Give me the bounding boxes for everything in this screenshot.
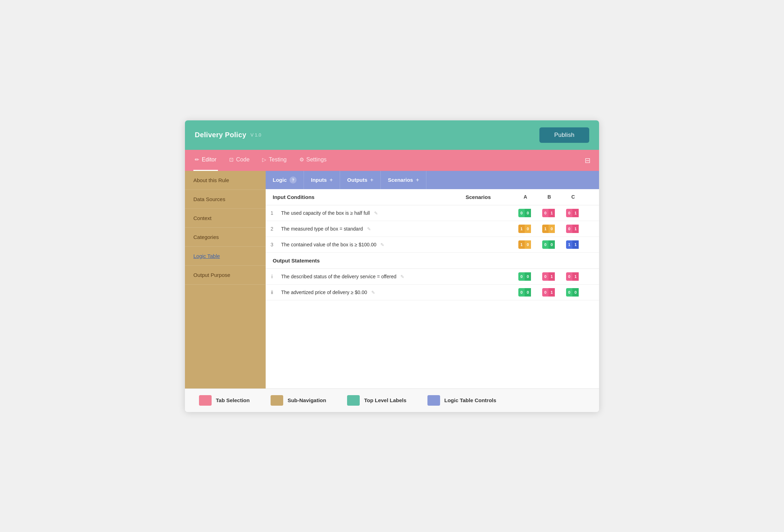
- chip-iia: 0 0: [518, 288, 532, 297]
- col-header-outputs[interactable]: Outputs +: [340, 171, 381, 189]
- legend-sub-navigation: Sub-Navigation: [271, 395, 326, 406]
- sidebar-item-context[interactable]: Context: [185, 209, 266, 228]
- code-icon: ⊡: [229, 157, 234, 163]
- app-title: Delivery Policy: [195, 131, 246, 139]
- chip-iib: 0 1: [542, 288, 556, 297]
- col-header-scenarios[interactable]: Scenarios +: [381, 171, 426, 189]
- chip-ic: 0 1: [566, 272, 580, 281]
- logic-table: Input Conditions Scenarios A B C 1: [266, 189, 599, 343]
- edit-icon-ii[interactable]: ✎: [371, 290, 375, 295]
- row-text-ii: The advertized price of delivery ≥ $0.00…: [278, 284, 459, 300]
- chip-iic: 0 0: [566, 288, 580, 297]
- scenario-3-a[interactable]: 1 0: [513, 237, 537, 252]
- testing-icon: ▷: [262, 157, 266, 163]
- input-row-3: 3 The contained value of the box is ≥ $1…: [266, 237, 599, 252]
- row-num-3: 3: [266, 237, 278, 252]
- scenario-2-b[interactable]: 1 0: [537, 221, 561, 237]
- sidebar-item-about[interactable]: About this Rule: [185, 171, 266, 190]
- scenario-ii-a[interactable]: 0 0: [513, 284, 537, 300]
- chip-1c: 0 1: [566, 209, 580, 217]
- scenario-ii-b[interactable]: 0 1: [537, 284, 561, 300]
- scenario-2-a[interactable]: 1 0: [513, 221, 537, 237]
- chip-1a: 0 0: [518, 209, 532, 217]
- legend-swatch-blue: [427, 395, 440, 406]
- tab-settings-label: Settings: [306, 157, 327, 163]
- scenario-3-c[interactable]: 1 1: [561, 237, 585, 252]
- legend-label-tab-selection: Tab Selection: [216, 397, 250, 403]
- chip-2a: 1 0: [518, 225, 532, 233]
- sidebar: About this Rule Data Sources Context Cat…: [185, 171, 266, 388]
- chip-1b: 0 1: [542, 209, 556, 217]
- sidebar-item-categories[interactable]: Categories: [185, 228, 266, 247]
- output-conditions-label: Output Statements: [266, 252, 599, 268]
- col-header-inputs[interactable]: Inputs +: [304, 171, 340, 189]
- row-num-2: 2: [266, 221, 278, 237]
- tab-code[interactable]: ⊡ Code: [228, 150, 251, 171]
- tab-testing[interactable]: ▷ Testing: [261, 150, 288, 171]
- editor-icon: ✏: [195, 157, 199, 163]
- sidebar-item-outputpurpose[interactable]: Output Purpose: [185, 266, 266, 285]
- col-scenarios-label: Scenarios: [388, 177, 413, 183]
- scenario-col-b: B: [537, 189, 561, 205]
- scenario-i-b[interactable]: 0 1: [537, 268, 561, 284]
- row-text-1: The used capacity of the box is ≥ half f…: [278, 205, 459, 221]
- chip-3a: 1 0: [518, 240, 532, 249]
- tab-editor[interactable]: ✏ Editor: [193, 150, 218, 171]
- edit-icon-3[interactable]: ✎: [380, 242, 384, 247]
- legend-swatch-green: [347, 395, 360, 406]
- scenario-1-b[interactable]: 0 1: [537, 205, 561, 221]
- scenario-i-c[interactable]: 0 1: [561, 268, 585, 284]
- scenario-1-a[interactable]: 0 0: [513, 205, 537, 221]
- legend-swatch-tan: [271, 395, 283, 406]
- tab-bar: ✏ Editor ⊡ Code ▷ Testing ⚙ Settings ⊟: [185, 150, 599, 171]
- edit-icon-i[interactable]: ✎: [400, 274, 404, 279]
- tab-items: ✏ Editor ⊡ Code ▷ Testing ⚙ Settings: [193, 150, 328, 171]
- output-row-i: i The described status of the delivery s…: [266, 268, 599, 284]
- split-view-icon[interactable]: ⊟: [585, 156, 591, 165]
- sidebar-item-logictable[interactable]: Logic Table: [185, 247, 266, 266]
- scenarios-header-row: Input Conditions Scenarios A B C: [266, 189, 599, 205]
- inputs-add-icon[interactable]: +: [330, 177, 333, 183]
- sidebar-item-datasources[interactable]: Data Sources: [185, 190, 266, 209]
- publish-button[interactable]: Publish: [539, 127, 589, 143]
- outputs-add-icon[interactable]: +: [370, 177, 373, 183]
- scenario-col-a: A: [513, 189, 537, 205]
- settings-icon: ⚙: [299, 157, 304, 163]
- logic-help-badge[interactable]: ?: [290, 177, 297, 184]
- chip-2c: 0 1: [566, 225, 580, 233]
- edit-icon-1[interactable]: ✎: [374, 211, 378, 216]
- chip-ib: 0 1: [542, 272, 556, 281]
- row-num-1: 1: [266, 205, 278, 221]
- scenario-i-a[interactable]: 0 0: [513, 268, 537, 284]
- chip-ia: 0 0: [518, 272, 532, 281]
- empty-row-2: [266, 321, 599, 342]
- legend-tab-selection: Tab Selection: [199, 395, 250, 406]
- input-row-1: 1 The used capacity of the box is ≥ half…: [266, 205, 599, 221]
- row-text-3: The contained value of the box is ≥ $100…: [278, 237, 459, 252]
- tab-code-label: Code: [236, 157, 250, 163]
- row-text-i: The described status of the delivery ser…: [278, 268, 459, 284]
- empty-row-1: [266, 300, 599, 321]
- tab-settings[interactable]: ⚙ Settings: [298, 150, 328, 171]
- scenario-1-c[interactable]: 0 1: [561, 205, 585, 221]
- legend-logic-table-controls: Logic Table Controls: [427, 395, 496, 406]
- scenario-3-b[interactable]: 0 0: [537, 237, 561, 252]
- scenarios-add-icon[interactable]: +: [416, 177, 419, 183]
- row-num-i: i: [266, 268, 278, 284]
- top-bar-left: Delivery Policy V 1.0: [195, 131, 261, 139]
- scenario-2-c[interactable]: 0 1: [561, 221, 585, 237]
- col-header-logic[interactable]: Logic ?: [266, 171, 304, 189]
- content-area: Logic ? Inputs + Outputs + Scenarios +: [266, 171, 599, 388]
- scenario-ii-c[interactable]: 0 0: [561, 284, 585, 300]
- col-outputs-label: Outputs: [347, 177, 367, 183]
- chip-3c: 1 1: [566, 240, 580, 249]
- col-header-bar: Logic ? Inputs + Outputs + Scenarios +: [266, 171, 599, 189]
- edit-icon-2[interactable]: ✎: [367, 226, 371, 232]
- chip-2b: 1 0: [542, 225, 556, 233]
- tab-testing-label: Testing: [269, 157, 287, 163]
- app-container: Delivery Policy V 1.0 Publish ✏ Editor ⊡…: [185, 120, 599, 412]
- legend-swatch-pink: [199, 395, 212, 406]
- legend-bar: Tab Selection Sub-Navigation Top Level L…: [185, 388, 599, 412]
- tab-editor-label: Editor: [202, 157, 217, 163]
- legend-label-top-level-labels: Top Level Labels: [364, 397, 406, 403]
